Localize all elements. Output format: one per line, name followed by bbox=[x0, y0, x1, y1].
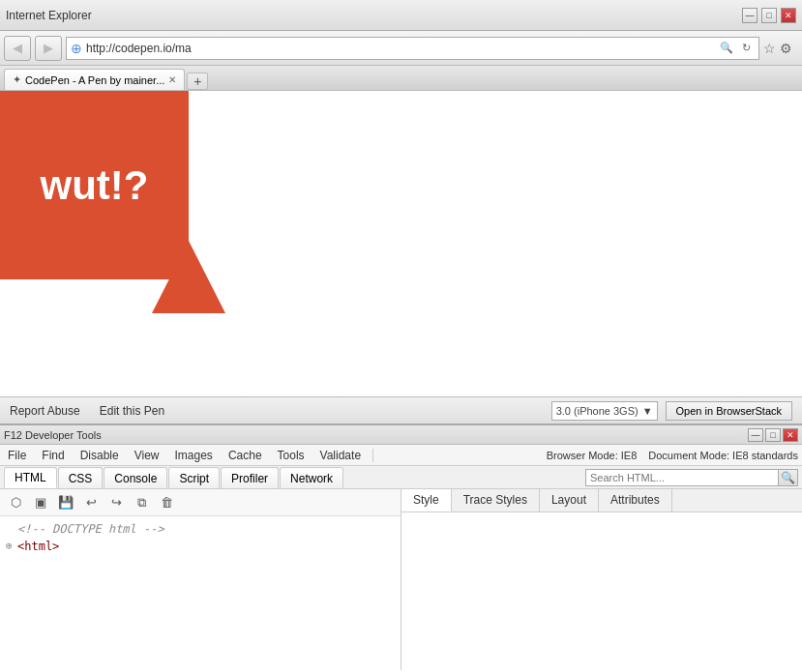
right-tab-trace-styles[interactable]: Trace Styles bbox=[452, 489, 540, 511]
tab-title: CodePen - A Pen by mainer... bbox=[25, 74, 164, 86]
menu-images[interactable]: Images bbox=[171, 447, 217, 464]
devtools-maximize-btn[interactable]: □ bbox=[765, 428, 781, 442]
devtools-title: F12 Developer Tools bbox=[4, 429, 102, 441]
html-tree: <!-- DOCTYPE html --> ⊕ <html> bbox=[0, 516, 401, 559]
right-tab-style[interactable]: Style bbox=[401, 489, 452, 511]
codepen-page: wut!? bbox=[0, 91, 802, 396]
menu-separator bbox=[372, 449, 373, 462]
address-actions: 🔍 ↻ bbox=[718, 40, 755, 57]
triangle-shape bbox=[152, 241, 225, 313]
nav-bar: ◀ ▶ ⊕ http://codepen.io/ma 🔍 ↻ ☆ ⚙ bbox=[0, 31, 802, 66]
globe-icon: ⊕ bbox=[71, 41, 82, 56]
tab-script[interactable]: Script bbox=[168, 467, 220, 488]
forward-button[interactable]: ▶ bbox=[35, 36, 62, 61]
delete-btn[interactable]: 🗑 bbox=[155, 492, 178, 513]
new-tab-button[interactable]: + bbox=[187, 73, 208, 90]
menu-find[interactable]: Find bbox=[38, 447, 68, 464]
devtools-titlebar: F12 Developer Tools — □ ✕ bbox=[0, 425, 802, 445]
browser-content: wut!? bbox=[0, 91, 802, 396]
browser-tab[interactable]: ✦ CodePen - A Pen by mainer... ✕ bbox=[4, 69, 185, 90]
dt-toolbar: ⬡ ▣ 💾 ↩ ↪ ⧉ 🗑 bbox=[0, 489, 401, 516]
title-bar: Internet Explorer — □ ✕ bbox=[0, 0, 802, 31]
html-panel: ⬡ ▣ 💾 ↩ ↪ ⧉ 🗑 <!-- DOCTYPE html --> ⊕ <h… bbox=[0, 489, 401, 670]
tab-close-button[interactable]: ✕ bbox=[168, 74, 176, 85]
tab-bar: ✦ CodePen - A Pen by mainer... ✕ + bbox=[0, 66, 802, 91]
favorites-icon[interactable]: ☆ bbox=[763, 41, 776, 56]
right-tab-layout[interactable]: Layout bbox=[540, 489, 599, 511]
tools-icon[interactable]: ⚙ bbox=[780, 41, 792, 56]
devtools-tabs: HTML CSS Console Script Profiler Network… bbox=[0, 466, 802, 489]
address-search-btn[interactable]: 🔍 bbox=[718, 40, 735, 57]
expand-icon-2[interactable]: ⊕ bbox=[6, 538, 15, 555]
address-text: http://codepen.io/ma bbox=[86, 42, 714, 55]
wut-text: wut!? bbox=[41, 162, 149, 209]
edit-pen-link[interactable]: Edit this Pen bbox=[100, 404, 164, 418]
doctype-comment: <!-- DOCTYPE html --> bbox=[17, 520, 164, 538]
nav-right-icons: ☆ ⚙ bbox=[763, 41, 798, 56]
back-button[interactable]: ◀ bbox=[4, 36, 31, 61]
devtools-menu-bar: File Find Disable View Images Cache Tool… bbox=[0, 445, 802, 466]
info-links: Report Abuse Edit this Pen bbox=[10, 404, 164, 418]
open-browserstack-button[interactable]: Open in BrowserStack bbox=[666, 401, 792, 421]
info-right: 3.0 (iPhone 3GS) ▼ Open in BrowserStack bbox=[551, 401, 792, 421]
right-panel-content bbox=[401, 512, 802, 670]
menu-disable[interactable]: Disable bbox=[76, 447, 123, 464]
right-tab-attributes[interactable]: Attributes bbox=[599, 489, 672, 511]
tab-html[interactable]: HTML bbox=[4, 467, 57, 488]
devtools-search-button[interactable]: 🔍 bbox=[779, 469, 798, 486]
window-controls: — □ ✕ bbox=[742, 8, 796, 23]
html-tag: <html> bbox=[17, 538, 59, 555]
devtools-minimize-btn[interactable]: — bbox=[748, 428, 763, 442]
external-link-btn[interactable]: ⧉ bbox=[130, 492, 153, 513]
redo-btn[interactable]: ↪ bbox=[104, 492, 128, 513]
select-element-btn[interactable]: ⬡ bbox=[4, 492, 27, 513]
tab-console[interactable]: Console bbox=[104, 467, 167, 488]
document-mode-text: Document Mode: IE8 standards bbox=[648, 450, 798, 461]
select-by-click-btn[interactable]: ▣ bbox=[29, 492, 52, 513]
html-doctype-line: <!-- DOCTYPE html --> bbox=[6, 520, 395, 538]
minimize-button[interactable]: — bbox=[742, 8, 757, 23]
tab-profiler[interactable]: Profiler bbox=[221, 467, 279, 488]
menu-tools[interactable]: Tools bbox=[274, 447, 309, 464]
address-bar[interactable]: ⊕ http://codepen.io/ma 🔍 ↻ bbox=[66, 37, 759, 60]
right-tabs: Style Trace Styles Layout Attributes bbox=[401, 489, 802, 512]
menu-cache[interactable]: Cache bbox=[224, 447, 266, 464]
html-root-line[interactable]: ⊕ <html> bbox=[6, 538, 395, 555]
device-dropdown-icon: ▼ bbox=[642, 405, 653, 417]
tab-network[interactable]: Network bbox=[280, 467, 343, 488]
browser-mode-text: Browser Mode: IE8 bbox=[547, 450, 638, 461]
close-button[interactable]: ✕ bbox=[781, 8, 796, 23]
address-refresh-btn[interactable]: ↻ bbox=[737, 40, 755, 57]
devtools-close-btn[interactable]: ✕ bbox=[783, 428, 798, 442]
save-btn[interactable]: 💾 bbox=[54, 492, 77, 513]
browser-mode-info: Browser Mode: IE8 Document Mode: IE8 sta… bbox=[547, 450, 798, 461]
menu-validate[interactable]: Validate bbox=[316, 447, 365, 464]
devtools-panel: F12 Developer Tools — □ ✕ File Find Disa… bbox=[0, 424, 802, 670]
devtools-search-input[interactable] bbox=[585, 469, 779, 486]
title-bar-text: Internet Explorer bbox=[6, 9, 92, 22]
info-bar: Report Abuse Edit this Pen 3.0 (iPhone 3… bbox=[0, 396, 802, 424]
maximize-button[interactable]: □ bbox=[761, 8, 777, 23]
undo-btn[interactable]: ↩ bbox=[79, 492, 103, 513]
devtools-panels: ⬡ ▣ 💾 ↩ ↪ ⧉ 🗑 <!-- DOCTYPE html --> ⊕ <h… bbox=[0, 489, 802, 670]
device-selector[interactable]: 3.0 (iPhone 3GS) ▼ bbox=[551, 401, 658, 421]
menu-file[interactable]: File bbox=[4, 447, 30, 464]
right-panel: Style Trace Styles Layout Attributes bbox=[401, 489, 802, 670]
menu-view[interactable]: View bbox=[131, 447, 163, 464]
report-abuse-link[interactable]: Report Abuse bbox=[10, 404, 80, 418]
device-text: 3.0 (iPhone 3GS) bbox=[556, 405, 639, 417]
devtools-win-controls: — □ ✕ bbox=[748, 428, 798, 442]
tab-css[interactable]: CSS bbox=[58, 467, 104, 488]
tab-favicon: ✦ bbox=[13, 73, 21, 86]
devtools-search-area: 🔍 bbox=[585, 469, 802, 488]
